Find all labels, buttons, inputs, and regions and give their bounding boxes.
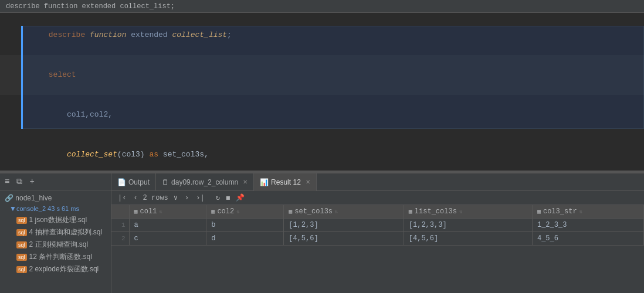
result-table: ▦ col1 ⇅ ▦ col2 ⇅ [111,205,644,246]
col1-table-icon: ▦ [134,208,138,215]
tab-output[interactable]: 📄 Output [111,173,156,191]
list-col3s-table-icon: ▦ [409,208,412,215]
sql-badge-1: sql [16,217,27,224]
col2-sort-icon[interactable]: ⇅ [236,209,239,215]
row-2-list-col3s: [4,5,6] [404,232,532,246]
col3-str-sort-icon[interactable]: ⇅ [579,209,582,215]
page-dropdown-button[interactable]: ∨ [172,193,179,203]
sidebar-node-hive[interactable]: 🔗 node1_hive [0,193,111,203]
code-line-1: select [0,55,644,95]
th-set-col3s[interactable]: ▦ set_col3s ⇅ [284,205,404,219]
sidebar-item-sql-3[interactable]: sql 2 正则模糊查询.sql [0,239,111,251]
console-label: console_2 43 s 61 ms [16,205,79,212]
bottom-panel: ≡ ⧉ + 🔗 node1_hive ▼ console_2 43 s 61 m… [0,173,644,293]
sql-badge-4: sql [16,254,27,261]
tab-result12-label: Result 12 [271,178,301,186]
table-row: 1 a b [1,2,3] [1,2,3,3] 1_2_3_3 [111,219,644,232]
list-col3s-sort-icon[interactable]: ⇅ [459,209,462,215]
sql-label-5: 2 explode炸裂函数.sql [29,264,99,274]
row-1-col2: b [206,219,284,232]
page-rows-info: 2 rows [143,194,168,202]
row-2-num: 2 [111,232,129,246]
plain: ; [227,30,232,39]
plain: (col3) [117,150,150,159]
page-prev-button[interactable]: ‹ [131,193,139,203]
row-2-col2: d [206,232,284,246]
th-list-col3s[interactable]: ▦ list_col3s ⇅ [404,205,532,219]
sql-label-3: 2 正则模糊查询.sql [29,240,89,250]
fn-name: function [90,30,126,39]
plain: extended [126,30,172,39]
col1-sort-icon[interactable]: ⇅ [159,209,162,215]
line-content-2: col1,col2, [18,96,644,134]
keyword: select [49,70,76,79]
tab-output-label: Output [128,178,150,186]
th-col2[interactable]: ▦ col2 ⇅ [206,205,284,219]
plain: col1,col2, [49,110,113,119]
sidebar-item-console[interactable]: ▼ console_2 43 s 61 ms [0,203,111,214]
tab-result12-icon: 📊 [260,178,269,186]
page-last-button[interactable]: ›| [194,193,206,203]
col3-str-header-label: col3_str [543,207,577,216]
th-rownum [111,205,129,219]
pagination-bar: |‹ ‹ 2 rows ∨ › ›| ↻ ◼ 📌 [111,191,644,205]
sidebar: ≡ ⧉ + 🔗 node1_hive ▼ console_2 43 s 61 m… [0,173,111,293]
hive-node-label: node1_hive [15,194,52,202]
tab-output-icon: 📄 [117,178,126,186]
set-col3s-sort-icon[interactable]: ⇅ [335,209,338,215]
list-col3s-header-label: list_col3s [415,207,457,216]
sidebar-item-sql-5[interactable]: sql 2 explode炸裂函数.sql [0,263,111,275]
row-2-col3-str: 4_5_6 [532,232,643,246]
row-1-col1: a [129,219,206,232]
sidebar-group-icon[interactable]: ⧉ [15,176,23,188]
set-col3s-table-icon: ▦ [289,208,292,215]
row-1-list-col3s: [1,2,3,3] [404,219,532,232]
line-content-3: collect_set(col3) as set_col3s, [18,135,644,171]
code-line-3: collect_set(col3) as set_col3s, [0,135,644,171]
page-first-button[interactable]: |‹ [116,193,128,203]
th-col1[interactable]: ▦ col1 ⇅ [129,205,206,219]
console-icon: ▼ [9,205,16,213]
col2-table-icon: ▦ [211,208,215,215]
row-1-num: 1 [111,219,129,232]
tabs-bar: 📄 Output 🗒 day09.row_2_column ✕ 📊 Result… [111,173,644,191]
tab-row2column[interactable]: 🗒 day09.row_2_column ✕ [156,173,254,191]
sidebar-filter-icon[interactable]: ≡ [4,176,11,188]
page-next-button[interactable]: › [183,193,191,203]
sidebar-tree: 🔗 node1_hive ▼ console_2 43 s 61 ms sql … [0,190,111,278]
result-table-wrap[interactable]: ▦ col1 ⇅ ▦ col2 ⇅ [111,205,644,293]
tab-row2column-close[interactable]: ✕ [243,179,248,185]
set-col3s-header-label: set_col3s [294,207,333,216]
code-line-0: describe function extended collect_list; [0,15,644,55]
keyword: as [149,150,158,159]
hive-node-icon: 🔗 [5,194,15,202]
stop-button[interactable]: ◼ [225,193,231,203]
sql-badge-5: sql [16,266,27,273]
row-2-set-col3s: [4,5,6] [284,232,404,246]
keyword: describe [49,30,90,39]
sidebar-item-sql-4[interactable]: sql 12 条件判断函数.sql [0,251,111,263]
table-header-row: ▦ col1 ⇅ ▦ col2 ⇅ [111,205,644,219]
tab-row2column-label: day09.row_2_column [171,178,238,186]
sidebar-item-sql-2[interactable]: sql 4 抽样查询和虚拟列.sql [0,226,111,239]
sidebar-add-icon[interactable]: + [28,176,35,188]
fn-name: collect_set [49,150,117,159]
sql-label-1: 1 json数据处理.sql [29,215,87,225]
tab-result12[interactable]: 📊 Result 12 ✕ [254,173,317,191]
col1-header-label: col1 [140,207,157,216]
col2-header-label: col2 [217,207,234,216]
th-col3-str[interactable]: ▦ col3_str ⇅ [532,205,643,219]
sql-label-4: 12 条件判断函数.sql [29,252,92,262]
tab-result12-close[interactable]: ✕ [306,179,310,185]
code-line-2: col1,col2, [0,95,644,135]
row-2-col1: c [129,232,206,246]
code-editor[interactable]: describe function extended collect_list;… [0,13,644,171]
pin-button[interactable]: 📌 [235,193,246,203]
sidebar-item-sql-1[interactable]: sql 1 json数据处理.sql [0,214,111,226]
sidebar-toolbar: ≡ ⧉ + [0,173,111,190]
col3-str-table-icon: ▦ [537,208,541,215]
fn-name: collect_list [172,30,227,39]
sql-badge-2: sql [16,229,27,236]
refresh-button[interactable]: ↻ [215,193,221,203]
title-text: describe function extended collect_list; [6,2,175,11]
